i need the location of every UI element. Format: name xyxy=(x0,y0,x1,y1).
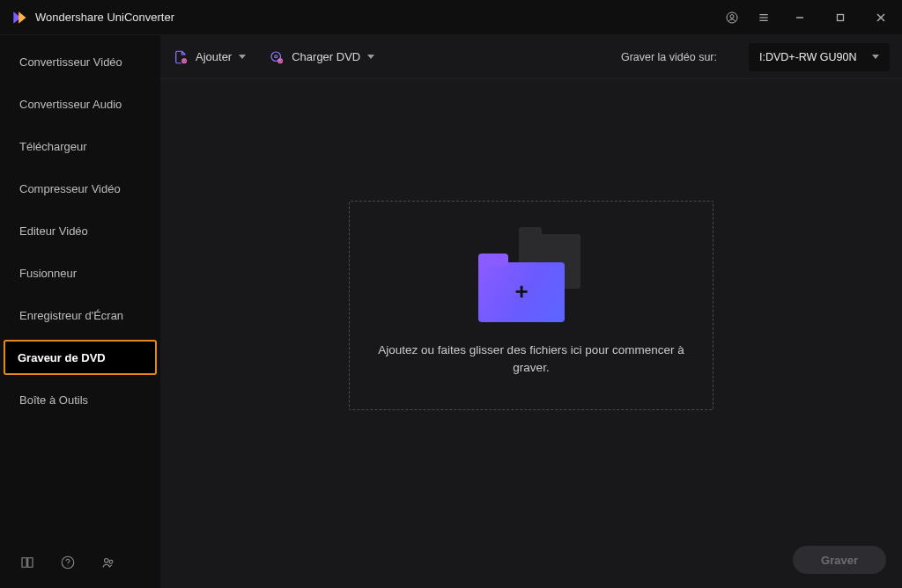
sidebar-item-label: Convertisseur Audio xyxy=(19,98,122,111)
sidebar-item-label: Boîte à Outils xyxy=(19,393,88,407)
sidebar-item-label: Graveur de DVD xyxy=(18,351,106,364)
account-icon[interactable] xyxy=(724,10,740,26)
load-dvd-button[interactable]: Charger DVD xyxy=(269,49,374,65)
burn-on-label: Graver la vidéo sur: xyxy=(621,51,717,63)
minimize-button[interactable] xyxy=(787,5,812,30)
guide-icon[interactable] xyxy=(19,555,35,570)
burn-target-select[interactable]: I:DVD+-RW GU90N xyxy=(749,43,890,71)
sidebar-item-label: Fusionneur xyxy=(19,267,77,280)
sidebar-item-compressor[interactable]: Compresseur Vidéo xyxy=(0,169,160,208)
load-dvd-label: Charger DVD xyxy=(292,50,360,63)
sidebar-item-dvd-burner[interactable]: Graveur de DVD xyxy=(0,338,160,377)
bottom-bar: Graver xyxy=(160,532,902,588)
sidebar-item-label: Compresseur Vidéo xyxy=(19,182,121,195)
toolbar: Ajouter Charger DVD Graver la vidéo sur:… xyxy=(160,35,902,79)
sidebar-item-audio-converter[interactable]: Convertisseur Audio xyxy=(0,85,160,123)
svg-point-10 xyxy=(68,565,69,566)
maximize-button[interactable] xyxy=(828,5,853,30)
svg-point-12 xyxy=(109,560,113,563)
add-file-icon xyxy=(173,49,189,65)
svg-point-11 xyxy=(105,559,109,563)
burn-target-value: I:DVD+-RW GU90N xyxy=(759,51,857,63)
app-title: Wondershare UniConverter xyxy=(35,11,174,24)
add-label: Ajouter xyxy=(196,50,232,63)
app-logo-icon xyxy=(11,9,28,26)
sidebar-item-label: Téléchargeur xyxy=(19,140,87,153)
title-bar: Wondershare UniConverter xyxy=(0,0,902,35)
community-icon[interactable] xyxy=(100,555,116,570)
sidebar-item-screen-recorder[interactable]: Enregistreur d'Écran xyxy=(0,296,160,334)
disc-icon xyxy=(269,49,285,65)
svg-point-17 xyxy=(275,55,277,57)
close-button[interactable] xyxy=(869,5,893,30)
folder-add-icon: + xyxy=(478,234,584,322)
sidebar: Convertisseur Vidéo Convertisseur Audio … xyxy=(0,35,160,588)
chevron-down-icon xyxy=(367,55,374,59)
dropzone-text: Ajoutez ou faites glisser des fichiers i… xyxy=(373,342,690,378)
burn-button-label: Graver xyxy=(821,554,858,567)
svg-point-1 xyxy=(730,14,734,18)
burn-button[interactable]: Graver xyxy=(793,546,886,574)
add-button[interactable]: Ajouter xyxy=(173,49,246,65)
svg-rect-6 xyxy=(838,14,844,20)
sidebar-bottom xyxy=(0,537,160,588)
sidebar-item-video-editor[interactable]: Editeur Vidéo xyxy=(0,211,160,250)
menu-icon[interactable] xyxy=(756,10,772,26)
sidebar-item-video-converter[interactable]: Convertisseur Vidéo xyxy=(0,42,160,81)
sidebar-item-label: Editeur Vidéo xyxy=(19,224,88,238)
chevron-down-icon xyxy=(872,55,879,59)
main-panel: Ajouter Charger DVD Graver la vidéo sur:… xyxy=(160,35,902,588)
dropzone[interactable]: + Ajoutez ou faites glisser des fichiers… xyxy=(349,201,713,410)
sidebar-item-label: Enregistreur d'Écran xyxy=(19,309,123,322)
help-icon[interactable] xyxy=(60,555,76,570)
title-controls xyxy=(724,5,893,30)
chevron-down-icon xyxy=(239,55,246,59)
sidebar-item-merger[interactable]: Fusionneur xyxy=(0,254,160,292)
sidebar-item-toolbox[interactable]: Boîte à Outils xyxy=(0,380,160,419)
sidebar-item-label: Convertisseur Vidéo xyxy=(19,55,122,69)
drop-area: + Ajoutez ou faites glisser des fichiers… xyxy=(160,79,902,532)
sidebar-item-downloader[interactable]: Téléchargeur xyxy=(0,127,160,165)
